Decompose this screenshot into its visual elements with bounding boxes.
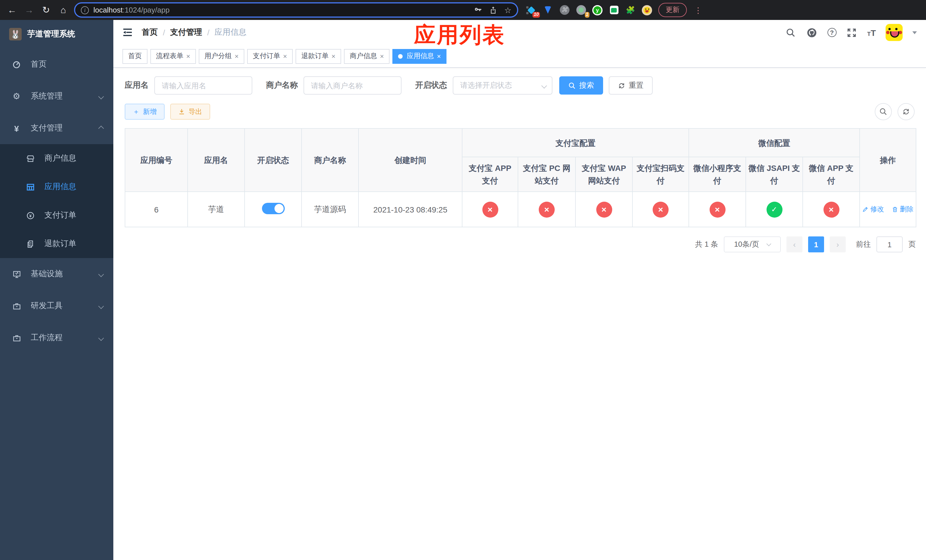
merchant-name-input[interactable] (304, 76, 401, 95)
col-alipay-qr: 支付宝扫码支付 (632, 157, 689, 192)
extension-command-icon[interactable]: ⌘ (559, 5, 569, 15)
sidebar-item-label: 首页 (31, 59, 47, 70)
sidebar-item-payment[interactable]: ¥ 支付管理 (0, 112, 113, 144)
alipay-pc-disabled-icon (539, 201, 555, 217)
tab-home[interactable]: 首页 (123, 49, 147, 64)
table-row: 6 芋道 芋道源码 2021-10-23 08:49:25 (125, 192, 916, 227)
extensions-puzzle-icon[interactable]: 🧩 (625, 5, 635, 15)
sidebar-item-label: 工作流程 (31, 333, 63, 343)
page-size-select[interactable]: 10条/页 (724, 236, 781, 252)
tab-user-group[interactable]: 用户分组× (199, 49, 244, 64)
sidebar-item-home[interactable]: 首页 (0, 48, 113, 80)
sidebar-item-app-info[interactable]: 应用信息 (0, 173, 113, 201)
extension-badge: 10 (533, 12, 540, 17)
extension-badge-orange: 1 (585, 12, 589, 17)
browser-profile-avatar[interactable] (642, 5, 652, 15)
help-icon[interactable]: ? (827, 28, 836, 37)
close-tab-icon[interactable]: × (283, 52, 287, 60)
header-search-icon[interactable] (785, 27, 796, 38)
browser-menu-icon[interactable]: ⋮ (693, 5, 703, 15)
github-icon[interactable] (806, 27, 817, 38)
page-number-1[interactable]: 1 (808, 236, 824, 252)
toggle-search-icon[interactable] (875, 103, 892, 120)
close-tab-icon[interactable]: × (437, 52, 441, 60)
next-page-button[interactable]: › (830, 236, 846, 252)
extension-chat-icon[interactable] (609, 5, 619, 15)
tab-label: 用户分组 (204, 51, 232, 61)
plus-icon: ＋ (133, 107, 139, 117)
close-tab-icon[interactable]: × (331, 52, 336, 60)
browser-update-button[interactable]: 更新 (658, 3, 687, 17)
search-button[interactable]: 搜索 (559, 76, 603, 95)
app-table: 应用编号 应用名 开启状态 商户名称 创建时间 支付宝配置 微信配置 操作 支付… (125, 128, 916, 227)
extension-diamond-icon[interactable]: 10 (526, 5, 536, 15)
share-icon[interactable] (489, 6, 498, 14)
tab-label: 退款订单 (301, 51, 328, 61)
browser-forward-icon[interactable]: → (23, 5, 35, 15)
user-menu-caret-icon[interactable] (912, 31, 917, 34)
app-name-input[interactable] (154, 76, 252, 95)
bookmark-star-icon[interactable]: ☆ (504, 5, 511, 15)
tab-process-form[interactable]: 流程表单× (150, 49, 196, 64)
sidebar-item-dev-tools[interactable]: 研发工具 (0, 290, 113, 322)
navbar-actions: ? TT (785, 24, 917, 41)
storefront-icon (25, 154, 35, 163)
user-avatar[interactable] (885, 24, 903, 41)
address-bar[interactable]: i localhost:1024/pay/app ☆ (74, 2, 518, 18)
reset-button[interactable]: 重置 (609, 76, 653, 95)
prev-page-button[interactable]: ‹ (787, 236, 802, 252)
fullscreen-icon[interactable] (846, 27, 857, 38)
sidebar-item-merchant-info[interactable]: 商户信息 (0, 144, 113, 173)
close-tab-icon[interactable]: × (235, 52, 239, 60)
export-button-label: 导出 (189, 107, 202, 117)
page-unit-label: 页 (908, 239, 916, 250)
tab-merchant-info[interactable]: 商户信息× (344, 49, 390, 64)
sidebar-logo[interactable]: 🐰 芋道管理系统 (0, 20, 113, 48)
col-merchant: 商户名称 (301, 129, 359, 192)
browser-back-icon[interactable]: ← (6, 5, 18, 15)
sidebar-item-workflow[interactable]: 工作流程 (0, 322, 113, 354)
alipay-app-disabled-icon (482, 201, 498, 217)
tab-label: 首页 (128, 51, 142, 61)
password-key-icon[interactable] (474, 6, 483, 14)
sidebar-item-label: 退款订单 (44, 239, 76, 249)
breadcrumb-home[interactable]: 首页 (142, 27, 158, 38)
sidebar-item-label: 系统管理 (31, 91, 63, 101)
status-select[interactable]: 请选择开启状态 (453, 76, 552, 95)
font-size-icon[interactable]: TT (867, 28, 876, 37)
edit-link[interactable]: 修改 (862, 204, 884, 214)
tab-label: 商户信息 (350, 51, 377, 61)
close-tab-icon[interactable]: × (380, 52, 384, 60)
tab-pay-order[interactable]: 支付订单× (247, 49, 293, 64)
browser-home-icon[interactable]: ⌂ (57, 5, 70, 15)
sidebar-item-pay-order[interactable]: ¥ 支付订单 (0, 201, 113, 230)
tab-app-info[interactable]: 应用信息× (392, 49, 446, 64)
extension-y-icon[interactable]: y (592, 5, 602, 15)
add-button[interactable]: ＋新增 (125, 104, 165, 120)
extension-recorder-icon[interactable]: 1 (576, 5, 586, 15)
chevron-down-icon (98, 271, 104, 277)
chevron-down-icon (767, 241, 772, 246)
yen-icon: ¥ (11, 123, 22, 133)
col-created: 创建时间 (359, 129, 462, 192)
tab-refund-order[interactable]: 退款订单× (295, 49, 341, 64)
status-toggle[interactable] (262, 203, 284, 214)
grid-table-icon (25, 183, 35, 191)
refresh-table-icon[interactable] (897, 103, 915, 120)
sidebar-fold-icon[interactable] (123, 28, 133, 37)
export-button[interactable]: 导出 (170, 104, 210, 120)
close-tab-icon[interactable]: × (186, 52, 190, 60)
delete-link[interactable]: 删除 (892, 204, 914, 214)
site-info-icon[interactable]: i (81, 6, 89, 14)
sidebar-item-infrastructure[interactable]: 基础设施 (0, 258, 113, 290)
chevron-down-icon (98, 335, 104, 341)
sidebar-item-system[interactable]: ⚙ 系统管理 (0, 80, 113, 112)
url-text[interactable]: localhost:1024/pay/app (94, 6, 469, 14)
chevron-down-icon (98, 94, 104, 99)
goto-page-input[interactable] (876, 236, 903, 252)
col-app-name: 应用名 (188, 129, 245, 192)
browser-reload-icon[interactable]: ↻ (40, 5, 52, 15)
breadcrumb-payment[interactable]: 支付管理 (170, 27, 202, 38)
sidebar-item-refund-order[interactable]: 退款订单 (0, 230, 113, 258)
extension-kite-icon[interactable] (543, 5, 553, 15)
